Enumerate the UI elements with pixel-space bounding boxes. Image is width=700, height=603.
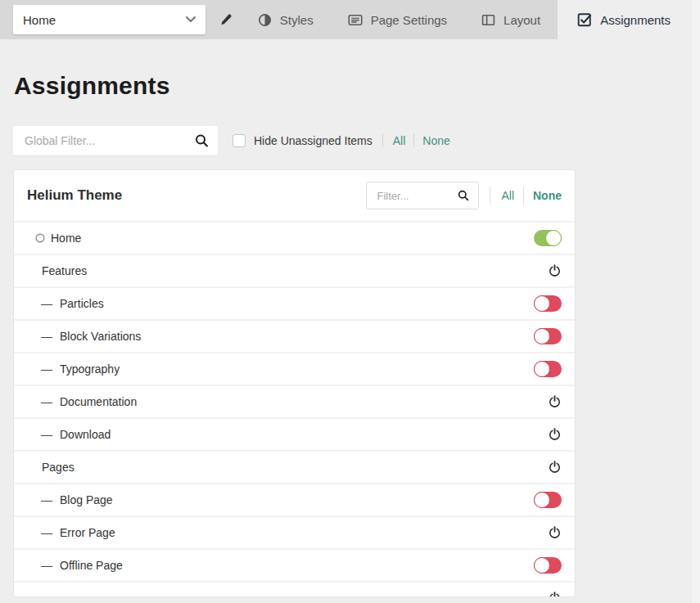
power-icon (549, 461, 561, 474)
assignment-row: —Error Page (14, 515, 575, 548)
toolbar: Home Styles Page Settings Layout Assignm… (0, 0, 692, 39)
assignment-row (14, 581, 575, 597)
tab-label: Assignments (600, 13, 671, 27)
row-label: Download (60, 428, 111, 441)
divider (490, 187, 490, 205)
power-toggle-button[interactable] (547, 394, 562, 409)
global-filter-input[interactable] (13, 126, 218, 155)
divider (382, 134, 383, 147)
child-dash: — (41, 362, 52, 376)
toggle-knob (534, 557, 550, 574)
card-filter-field (366, 182, 479, 209)
hide-unassigned-checkbox[interactable] (233, 134, 246, 147)
check-square-icon (577, 12, 592, 27)
power-icon (549, 264, 561, 277)
row-label: Pages (42, 461, 75, 474)
radio-circle-icon (35, 233, 45, 243)
card-header: Helium Theme All None (14, 170, 575, 221)
assignment-row: —Offline Page (14, 548, 575, 581)
tab-label: Layout (504, 13, 540, 27)
assignment-row: —Blog Page (14, 483, 575, 515)
toggle-off[interactable] (534, 295, 562, 312)
hide-unassigned-label: Hide Unassigned Items (254, 134, 373, 147)
assignment-row: —Typography (14, 352, 575, 385)
row-label-group: —Particles (27, 297, 104, 310)
assignment-row: Features (14, 254, 575, 286)
page-title: Assignments (14, 72, 170, 100)
radio-circle-icon (35, 233, 45, 243)
toolbar-tabs: Styles Page Settings Layout Assignments (241, 0, 692, 39)
toggle-on[interactable] (534, 230, 562, 246)
power-icon (549, 428, 561, 441)
power-toggle-button[interactable] (547, 263, 562, 278)
row-label-group: —Offline Page (27, 559, 123, 572)
outline-select[interactable]: Home (13, 5, 205, 34)
layout-icon (481, 13, 495, 27)
row-label-group: —Documentation (27, 395, 137, 408)
edit-outline-button[interactable] (217, 11, 233, 29)
tab-assignments[interactable]: Assignments (558, 0, 692, 39)
toggle-knob (534, 328, 550, 344)
row-label: Error Page (60, 526, 115, 539)
assignment-rows: HomeFeatures—Particles—Block Variations—… (14, 221, 575, 597)
assign-none-link[interactable]: None (422, 134, 449, 147)
toggle-knob (534, 361, 550, 377)
assign-all-link[interactable]: All (393, 134, 406, 147)
row-label: Block Variations (60, 330, 141, 343)
child-dash: — (41, 297, 52, 310)
assignment-row: Home (14, 221, 575, 254)
power-icon (549, 592, 561, 597)
row-label: Typography (60, 362, 120, 376)
row-label: Features (42, 264, 87, 277)
power-icon (549, 395, 561, 408)
contrast-icon (258, 13, 272, 27)
outline-select-value: Home (23, 13, 186, 27)
child-dash: — (41, 526, 52, 539)
toggle-off[interactable] (534, 492, 562, 508)
assignment-row: Pages (14, 450, 575, 483)
tab-layout[interactable]: Layout (464, 0, 558, 39)
pencil-icon (219, 13, 233, 27)
row-label: Documentation (60, 395, 137, 408)
assignment-row: —Documentation (14, 385, 575, 417)
power-toggle-button[interactable] (547, 460, 562, 475)
scrollbar-track[interactable] (692, 0, 700, 603)
tab-page-settings[interactable]: Page Settings (331, 0, 464, 39)
row-label-group: —Typography (27, 362, 120, 376)
assignment-row: —Block Variations (14, 319, 575, 352)
power-icon (549, 526, 561, 539)
card-none-link[interactable]: None (533, 189, 562, 202)
card-title: Helium Theme (27, 187, 122, 204)
assignments-card: Helium Theme All None HomeFeatures—Parti… (13, 169, 576, 597)
child-dash: — (41, 330, 52, 343)
card-controls: All None (366, 182, 562, 209)
row-label-group: —Block Variations (27, 330, 141, 343)
toggle-knob (534, 492, 550, 508)
child-dash: — (41, 493, 52, 506)
global-filter-field (13, 126, 218, 155)
chevron-down-icon (186, 16, 196, 23)
row-label-group: Pages (27, 461, 75, 474)
power-toggle-button[interactable] (547, 525, 562, 540)
divider (413, 134, 414, 147)
row-label: Particles (60, 297, 104, 310)
row-label-group: —Download (27, 428, 111, 441)
search-icon (458, 190, 469, 201)
toggle-off[interactable] (534, 557, 562, 574)
row-label-group: —Blog Page (27, 493, 113, 506)
tab-styles[interactable]: Styles (241, 0, 331, 39)
toggle-off[interactable] (534, 328, 562, 344)
card-all-link[interactable]: All (501, 189, 514, 202)
tab-label: Page Settings (371, 13, 447, 27)
page-settings-icon (348, 13, 363, 27)
toggle-off[interactable] (534, 361, 562, 377)
tab-label: Styles (280, 13, 314, 27)
power-toggle-button[interactable] (547, 591, 562, 597)
power-toggle-button[interactable] (547, 427, 562, 442)
row-label-group: Features (27, 264, 87, 277)
row-label-group: —Error Page (27, 526, 115, 539)
toggle-knob (545, 230, 562, 246)
row-label: Offline Page (60, 559, 123, 572)
row-label: Home (51, 232, 81, 245)
global-filter-bar: Hide Unassigned Items All None (13, 126, 450, 155)
